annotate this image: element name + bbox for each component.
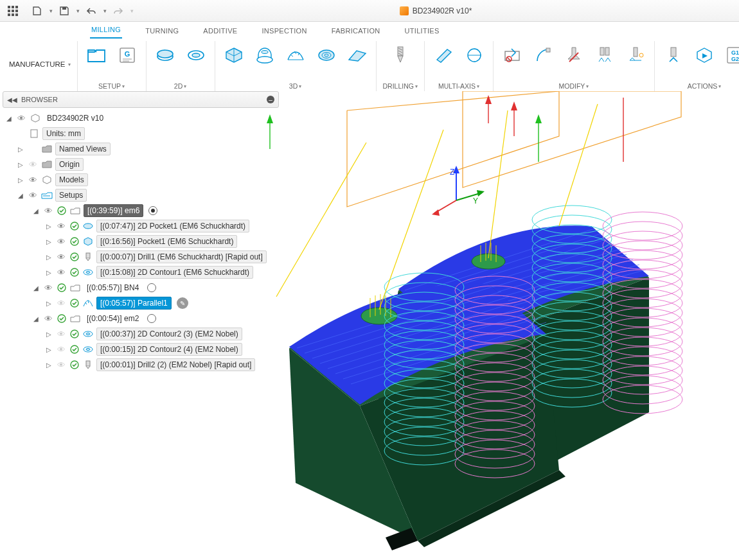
visibility-off-icon[interactable]: 👁 [27,159,39,170]
units-label[interactable]: Units: mm [42,127,85,140]
visibility-icon[interactable]: 👁 [55,221,67,231]
visibility-icon[interactable]: 👁 [42,283,54,293]
setup-em6-label[interactable]: [(0:39:59)] em6 [84,204,143,217]
2d-face-icon[interactable] [153,42,177,68]
modify-move-icon[interactable] [623,42,648,68]
op-label[interactable]: [(0:00:01)] Drill2 (2) (EM2 Nobel) [Rapi… [96,358,255,371]
op-label[interactable]: [(0:15:08)] 2D Contour1 (EM6 Schuckhardt… [96,266,253,279]
visibility-icon[interactable]: 👁 [27,175,39,185]
tab-turning[interactable]: TURNING [144,24,180,39]
origin-label[interactable]: Origin [55,158,84,171]
modify-folder-icon[interactable] [500,42,524,68]
visibility-icon[interactable]: 👁 [55,267,67,277]
svg-rect-30 [600,48,604,55]
node-em6-op3: ▷👁 [(0:00:07)] Drill1 (EM6 Schuckhardt) … [3,249,279,265]
op-parallel-label[interactable]: [(0:05:57)] Parallel1 [96,297,172,310]
expand-toggle[interactable]: ▷ [17,161,24,168]
modify-break-icon[interactable] [562,42,586,68]
folder-icon [41,144,53,154]
collapse-toggle[interactable]: ◢ [17,192,24,199]
active-setup-radio[interactable] [147,314,156,323]
collapse-icon[interactable]: ◀◀ [7,96,17,103]
browser-options-icon[interactable]: – [267,96,274,103]
op-label[interactable]: [(0:07:47)] 2D Pocket1 (EM6 Schuckhardt) [96,220,249,232]
op-label[interactable]: [(0:00:07)] Drill1 (EM6 Schuckhardt) [Ra… [96,250,267,263]
node-root: ◢ 👁 BD234902R v10 [3,110,279,126]
op-label[interactable]: [(0:00:37)] 2D Contour2 (3) (EM2 Nobel) [96,328,242,340]
contour-icon [82,329,94,339]
generate-icon[interactable] [661,42,686,68]
parallel-icon [82,298,94,308]
save-icon[interactable] [55,3,73,19]
setup-em2-label[interactable]: [(0:00:54)] em2 [84,313,142,324]
file-dropdown[interactable]: ▾ [46,3,55,19]
tab-utilities[interactable]: UTILITIES [404,24,441,39]
edit-icon[interactable]: ✎ [177,297,188,309]
active-setup-radio[interactable] [147,283,156,292]
op-label[interactable]: [(0:00:15)] 2D Contour2 (4) (EM2 Nobel) [96,343,242,356]
visibility-icon[interactable]: 👁 [42,206,54,216]
3d-adaptive-icon[interactable] [222,42,246,68]
modify-compare-icon[interactable] [592,42,617,68]
models-label[interactable]: Models [55,173,88,186]
3d-pocket-icon[interactable] [253,42,277,68]
visibility-icon[interactable]: 👁 [55,252,67,262]
multiaxis-swarf-icon[interactable] [431,42,456,68]
2d-contour-icon[interactable] [184,42,208,68]
file-icon[interactable] [28,3,46,19]
svg-text:G1: G1 [731,49,739,56]
group-actions: G1G2 ACTIONS▾ [655,41,739,91]
visibility-off-icon[interactable]: 👁 [55,360,67,370]
tab-fabrication[interactable]: FABRICATION [330,24,382,39]
collapse-toggle[interactable]: ◢ [32,315,40,322]
named-views-label[interactable]: Named Views [55,143,111,155]
3d-parallel-icon[interactable] [283,42,308,68]
redo-icon[interactable] [109,3,127,19]
visibility-icon[interactable]: 👁 [42,313,54,324]
undo-dropdown[interactable]: ▾ [100,3,109,19]
active-setup-radio[interactable] [148,206,157,215]
setup-folder-icon[interactable] [84,42,109,68]
simulate-icon[interactable] [692,42,717,68]
svg-rect-200 [86,361,90,366]
undo-icon[interactable] [82,3,100,19]
collapse-toggle[interactable]: ◢ [32,207,40,214]
tab-milling[interactable]: MILLING [90,23,122,39]
visibility-off-icon[interactable]: 👁 [55,344,67,354]
3d-scallop-icon[interactable] [314,42,339,68]
setups-label[interactable]: Setups [55,189,87,202]
collapse-toggle[interactable]: ◢ [32,284,40,292]
visibility-icon[interactable]: 👁 [27,190,39,200]
browser-header[interactable]: ◀◀ BROWSER – [3,91,279,108]
expand-toggle[interactable]: ▷ [17,146,24,153]
expand-toggle[interactable]: ▷ [17,177,24,184]
tab-inspection[interactable]: INSPECTION [260,24,308,39]
svg-rect-32 [634,48,637,57]
multiaxis-flow-icon[interactable] [462,42,486,68]
nc-program-icon[interactable]: G [115,42,139,68]
op-label[interactable]: [(0:16:56)] Pocket1 (EM6 Schuckhardt) [96,235,237,248]
group-setup: G SETUP▾ [78,41,147,91]
apps-icon[interactable] [4,3,22,19]
postprocess-icon[interactable]: G1G2 [723,42,739,68]
visibility-icon[interactable]: 👁 [55,236,67,247]
visibility-icon[interactable]: 👁 [15,113,27,123]
setup-bn4-label[interactable]: [(0:05:57)] BN4 [84,282,142,293]
workspace-switcher[interactable]: MANUFACTURE▾ [3,41,77,87]
root-label[interactable]: BD234902R v10 [44,112,107,124]
workspace-label: MANUFACTURE [9,60,66,68]
redo-dropdown[interactable]: ▾ [127,3,136,19]
visibility-off-icon[interactable]: 👁 [55,298,67,308]
modify-toolpath-icon[interactable] [531,42,555,68]
visibility-off-icon[interactable]: 👁 [55,329,67,339]
tab-additive[interactable]: ADDITIVE [202,24,238,39]
save-dropdown[interactable]: ▾ [73,3,82,19]
drill-icon[interactable] [388,42,413,68]
component-icon [30,113,41,123]
group-drilling: DRILLING▾ [377,41,425,91]
3d-ramp-icon[interactable] [345,42,370,68]
collapse-toggle[interactable]: ◢ [5,115,13,122]
node-setups: ◢ 👁 Setups [3,188,279,203]
svg-point-17 [192,53,200,57]
group-modify: MODIFY▾ [494,41,655,91]
